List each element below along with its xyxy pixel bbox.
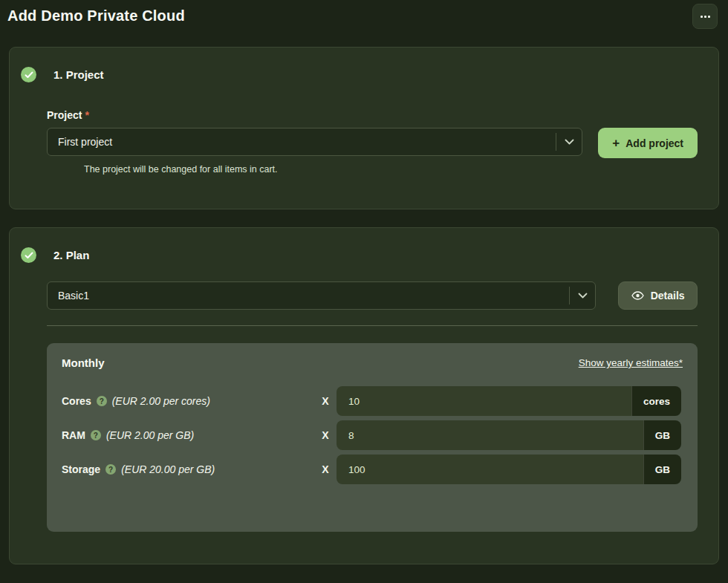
project-section: 1. Project Project* First project + Add … (9, 47, 719, 209)
question-circle-icon[interactable]: ? (91, 430, 101, 440)
project-section-title: 1. Project (53, 68, 104, 81)
chevron-down-icon (570, 293, 595, 299)
page: Add Demo Private Cloud 1. Project Projec… (0, 0, 728, 583)
multiplier-x: X (318, 463, 333, 475)
chevron-down-icon (556, 139, 582, 145)
project-field-label: Project* (47, 109, 698, 121)
project-select-value: First project (48, 136, 556, 148)
ram-row: RAM ? (EUR 2.00 per GB) X GB (62, 420, 681, 450)
plus-icon: + (612, 137, 620, 149)
cores-price-note: (EUR 2.00 per cores) (112, 395, 210, 407)
details-label: Details (651, 290, 685, 302)
check-icon (21, 247, 36, 263)
plan-section-head: 2. Plan (10, 228, 718, 263)
period-title: Monthly (62, 356, 105, 369)
plan-select[interactable]: Basic1 (47, 281, 596, 310)
question-circle-icon[interactable]: ? (97, 396, 107, 406)
ram-label: RAM (62, 429, 85, 441)
plan-section: 2. Plan Basic1 Details Monthly Show ye (9, 227, 719, 564)
add-project-button[interactable]: + Add project (598, 128, 698, 158)
details-button[interactable]: Details (618, 281, 698, 310)
cores-unit-suffix: cores (631, 386, 681, 416)
show-yearly-estimates-link[interactable]: Show yearly estimates* (579, 357, 683, 368)
cores-row: Cores ? (EUR 2.00 per cores) X cores (62, 386, 681, 416)
storage-row: Storage ? (EUR 20.00 per GB) X GB (62, 455, 681, 484)
ellipsis-icon (701, 16, 710, 18)
more-options-button[interactable] (692, 4, 718, 29)
eye-icon (631, 291, 644, 300)
spec-rows: Cores ? (EUR 2.00 per cores) X cores RAM… (47, 369, 698, 484)
storage-price-note: (EUR 20.00 per GB) (121, 463, 215, 475)
cores-input[interactable] (337, 386, 631, 416)
question-circle-icon[interactable]: ? (105, 464, 116, 475)
multiplier-x: X (318, 429, 333, 441)
ram-input[interactable] (337, 420, 643, 450)
monthly-estimates-panel: Monthly Show yearly estimates* Cores ? (… (47, 343, 698, 532)
project-label-text: Project (47, 109, 82, 121)
page-header: Add Demo Private Cloud (0, 0, 728, 36)
project-select[interactable]: First project (47, 128, 582, 156)
ram-price-note: (EUR 2.00 per GB) (106, 429, 194, 441)
project-helper-text: The project will be changed for all item… (84, 164, 677, 175)
storage-input[interactable] (337, 455, 643, 484)
required-marker: * (85, 109, 88, 121)
project-section-head: 1. Project (10, 48, 718, 82)
multiplier-x: X (318, 395, 333, 407)
plan-select-value: Basic1 (48, 290, 569, 302)
plan-section-title: 2. Plan (53, 249, 89, 261)
project-field: Project* First project + Add project The… (47, 109, 698, 175)
add-project-label: Add project (625, 137, 683, 149)
page-title: Add Demo Private Cloud (7, 7, 185, 25)
check-icon (21, 67, 36, 82)
cores-label: Cores (62, 395, 91, 407)
storage-unit-suffix: GB (643, 455, 681, 484)
section-divider (47, 325, 698, 326)
storage-label: Storage (62, 463, 100, 475)
ram-unit-suffix: GB (643, 420, 681, 450)
